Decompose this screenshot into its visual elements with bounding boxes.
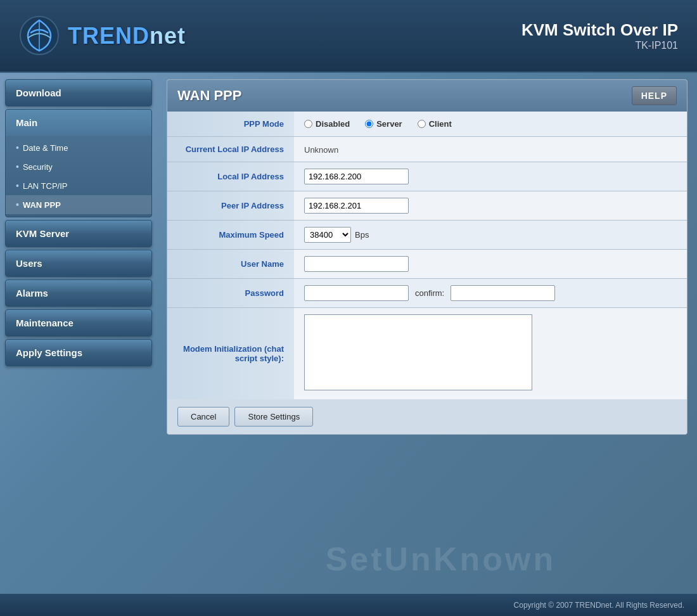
user-name-value bbox=[294, 250, 687, 279]
user-name-row: User Name bbox=[167, 250, 687, 279]
user-name-label: User Name bbox=[167, 250, 294, 279]
ppp-mode-row: PPP Mode Disabled Server bbox=[167, 112, 687, 137]
main-section: Main Date & Time Security LAN TCP/IP WAN… bbox=[5, 109, 152, 217]
ppp-disabled-radio[interactable] bbox=[304, 120, 312, 128]
users-button[interactable]: Users bbox=[5, 250, 152, 277]
sidebar-item-security[interactable]: Security bbox=[6, 157, 151, 176]
speed-select[interactable]: 9600 19200 38400 57600 115200 bbox=[304, 227, 351, 243]
main-section-header[interactable]: Main bbox=[6, 110, 151, 136]
ppp-disabled-option[interactable]: Disabled bbox=[304, 119, 350, 129]
ppp-server-radio[interactable] bbox=[365, 120, 373, 128]
local-ip-input[interactable] bbox=[304, 169, 409, 184]
logo-area: TRENDnet bbox=[19, 15, 186, 56]
local-ip-value bbox=[294, 162, 687, 191]
peer-ip-input[interactable] bbox=[304, 198, 409, 214]
sidebar: Download Main Date & Time Security LAN T… bbox=[0, 73, 157, 594]
form-table: PPP Mode Disabled Server bbox=[167, 112, 687, 399]
content-area: WAN PPP HELP PPP Mode Disabled bbox=[157, 73, 697, 594]
trendnet-logo-icon bbox=[19, 15, 60, 56]
main-layout: Download Main Date & Time Security LAN T… bbox=[0, 73, 697, 594]
user-name-input[interactable] bbox=[304, 256, 409, 272]
current-local-ip-label: Current Local IP Address bbox=[167, 137, 294, 162]
help-button[interactable]: HELP bbox=[632, 86, 677, 105]
password-input[interactable] bbox=[304, 285, 409, 301]
current-local-ip-value: Unknown bbox=[294, 137, 687, 162]
apply-settings-button[interactable]: Apply Settings bbox=[5, 339, 152, 366]
local-ip-row: Local IP Address bbox=[167, 162, 687, 191]
alarms-button[interactable]: Alarms bbox=[5, 279, 152, 307]
content-header: WAN PPP HELP bbox=[167, 80, 687, 112]
modem-init-textarea[interactable] bbox=[304, 314, 532, 390]
confirm-label: confirm: bbox=[415, 288, 444, 298]
password-row: Password confirm: bbox=[167, 279, 687, 308]
sidebar-item-date-time[interactable]: Date & Time bbox=[6, 138, 151, 157]
page-title: WAN PPP bbox=[177, 87, 241, 104]
ppp-client-radio[interactable] bbox=[418, 120, 426, 128]
device-info: KVM Switch Over IP TK-IP101 bbox=[521, 20, 678, 51]
max-speed-row: Maximum Speed 9600 19200 38400 57600 115… bbox=[167, 221, 687, 250]
footer: Copyright © 2007 TRENDnet. All Rights Re… bbox=[0, 594, 697, 616]
cancel-button[interactable]: Cancel bbox=[177, 407, 229, 427]
ppp-mode-value: Disabled Server Client bbox=[294, 112, 687, 137]
ppp-mode-label: PPP Mode bbox=[167, 112, 294, 137]
max-speed-label: Maximum Speed bbox=[167, 221, 294, 250]
ppp-server-option[interactable]: Server bbox=[365, 119, 402, 129]
password-value: confirm: bbox=[294, 279, 687, 308]
store-settings-button[interactable]: Store Settings bbox=[234, 407, 313, 427]
copyright-text: Copyright © 2007 TRENDnet. All Rights Re… bbox=[514, 601, 684, 610]
sidebar-item-wan-ppp[interactable]: WAN PPP bbox=[6, 195, 151, 214]
logo-text: TRENDnet bbox=[68, 23, 186, 49]
modem-init-value bbox=[294, 308, 687, 400]
peer-ip-value bbox=[294, 191, 687, 221]
confirm-password-input[interactable] bbox=[451, 285, 555, 301]
bps-label: Bps bbox=[355, 230, 369, 240]
buttons-row: Cancel Store Settings bbox=[167, 399, 687, 434]
maintenance-button[interactable]: Maintenance bbox=[5, 309, 152, 337]
peer-ip-label: Peer IP Address bbox=[167, 191, 294, 221]
ppp-client-option[interactable]: Client bbox=[418, 119, 452, 129]
kvm-server-button[interactable]: KVM Server bbox=[5, 220, 152, 247]
device-model: TK-IP101 bbox=[521, 40, 678, 51]
modem-init-label: Modem Initialization (chat script style)… bbox=[167, 308, 294, 400]
main-section-items: Date & Time Security LAN TCP/IP WAN PPP bbox=[6, 136, 151, 217]
password-label: Password bbox=[167, 279, 294, 308]
modem-init-row: Modem Initialization (chat script style)… bbox=[167, 308, 687, 400]
device-title: KVM Switch Over IP bbox=[521, 20, 678, 40]
current-local-ip-row: Current Local IP Address Unknown bbox=[167, 137, 687, 162]
sidebar-item-lan-tcpip[interactable]: LAN TCP/IP bbox=[6, 176, 151, 195]
content-panel: WAN PPP HELP PPP Mode Disabled bbox=[167, 79, 687, 435]
download-button[interactable]: Download bbox=[5, 79, 152, 106]
header: TRENDnet KVM Switch Over IP TK-IP101 bbox=[0, 0, 697, 73]
peer-ip-row: Peer IP Address bbox=[167, 191, 687, 221]
max-speed-value: 9600 19200 38400 57600 115200 Bps bbox=[294, 221, 687, 250]
local-ip-label: Local IP Address bbox=[167, 162, 294, 191]
